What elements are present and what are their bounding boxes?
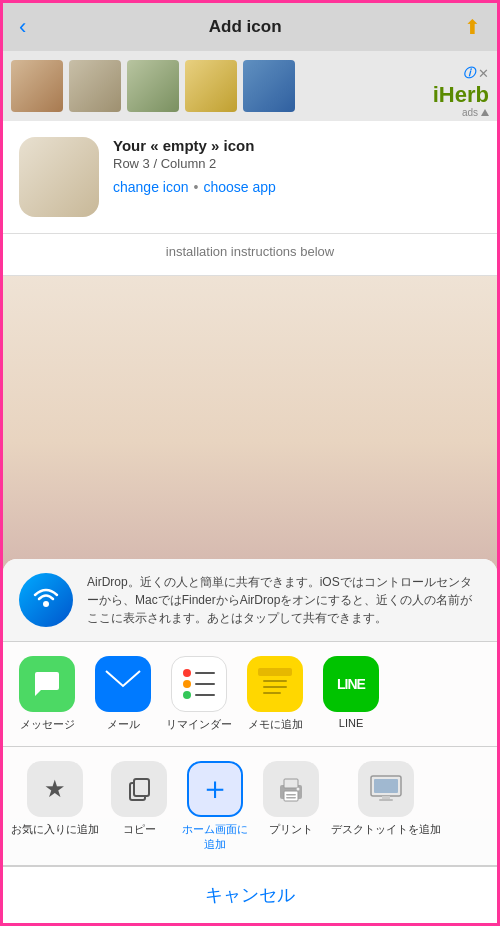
iherb-label[interactable]: iHerb [433, 82, 489, 108]
svg-rect-12 [286, 794, 296, 796]
ad-banner: ⓘ ✕ iHerb ads [3, 51, 497, 121]
actions-row: ★ お気に入りに追加 コピー ＋ ホーム画面に追加 [3, 747, 497, 866]
bookmark-label: お気に入りに追加 [11, 822, 99, 836]
airdrop-description: AirDrop。近くの人と簡単に共有できます。iOSではコントロールセンターから… [87, 573, 481, 627]
ad-product-4 [185, 60, 237, 112]
ad-label: ads [462, 107, 489, 118]
print-action-icon [263, 761, 319, 817]
svg-rect-4 [263, 680, 287, 682]
svg-rect-10 [284, 779, 298, 788]
page-title: Add icon [209, 17, 282, 37]
mail-label: メール [107, 717, 140, 732]
icon-actions: change icon • choose app [113, 179, 481, 195]
messages-app-icon [19, 656, 75, 712]
svg-rect-11 [284, 791, 298, 801]
copy-action-icon [111, 761, 167, 817]
back-button[interactable]: ‹ [19, 14, 26, 40]
action-separator: • [194, 179, 199, 195]
reminders-app-icon [171, 656, 227, 712]
bookmark-action-icon: ★ [27, 761, 83, 817]
ad-product-3 [127, 60, 179, 112]
notes-app-icon [247, 656, 303, 712]
svg-point-0 [43, 601, 49, 607]
change-icon-link[interactable]: change icon [113, 179, 189, 195]
share-sheet: AirDrop。近くの人と簡単に共有できます。iOSではコントロールセンターから… [3, 559, 497, 923]
svg-rect-13 [286, 797, 296, 799]
svg-rect-16 [374, 779, 398, 793]
airdrop-section: AirDrop。近くの人と簡単に共有できます。iOSではコントロールセンターから… [3, 559, 497, 642]
ad-product-2 [69, 60, 121, 112]
ad-close-button[interactable]: ✕ [478, 67, 489, 80]
svg-rect-8 [134, 779, 149, 796]
print-label: プリント [269, 822, 313, 836]
iherb-logo[interactable]: ⓘ ✕ iHerb [433, 65, 489, 108]
svg-rect-3 [258, 668, 292, 676]
iherb-info: ⓘ ✕ [463, 65, 489, 82]
svg-rect-5 [263, 686, 287, 688]
icon-content: Your « empty » icon Row 3 / Column 2 cha… [3, 121, 497, 234]
notes-label: メモに追加 [248, 717, 303, 732]
desktop-label: デスクトッイトを追加 [331, 822, 441, 836]
icon-preview [19, 137, 99, 217]
action-item-copy[interactable]: コピー [103, 761, 175, 836]
action-item-desktop[interactable]: デスクトッイトを追加 [331, 761, 441, 836]
installation-instructions: installation instructions below [3, 234, 497, 276]
nav-bar: ‹ Add icon ⬆ [3, 3, 497, 51]
svg-point-14 [297, 788, 300, 791]
app-item-mail[interactable]: メール [87, 656, 159, 732]
app-item-messages[interactable]: メッセージ [11, 656, 83, 732]
ad-product-5 [243, 60, 295, 112]
svg-rect-6 [263, 692, 281, 694]
apps-row: メッセージ メール [3, 642, 497, 747]
ad-product-1 [11, 60, 63, 112]
messages-label: メッセージ [20, 717, 75, 732]
airdrop-icon [19, 573, 73, 627]
app-item-line[interactable]: LINE LINE [315, 656, 387, 729]
action-item-homescreen[interactable]: ＋ ホーム画面に追加 [179, 761, 251, 851]
choose-app-link[interactable]: choose app [203, 179, 275, 195]
svg-rect-18 [379, 799, 393, 801]
ad-triangle-icon [481, 109, 489, 116]
copy-label: コピー [123, 822, 156, 836]
info-icon: ⓘ [463, 65, 475, 82]
action-item-bookmark[interactable]: ★ お気に入りに追加 [11, 761, 99, 836]
homescreen-action-icon: ＋ [187, 761, 243, 817]
cancel-button[interactable]: キャンセル [3, 866, 497, 923]
share-button[interactable]: ⬆ [464, 15, 481, 39]
desktop-action-icon [358, 761, 414, 817]
reminders-label: リマインダー [166, 717, 232, 732]
app-item-reminders[interactable]: リマインダー [163, 656, 235, 732]
icon-subtitle: Row 3 / Column 2 [113, 156, 481, 171]
line-app-icon: LINE [323, 656, 379, 712]
app-item-notes[interactable]: メモに追加 [239, 656, 311, 732]
icon-info: Your « empty » icon Row 3 / Column 2 cha… [113, 137, 481, 195]
line-label: LINE [339, 717, 363, 729]
action-item-print[interactable]: プリント [255, 761, 327, 836]
homescreen-label: ホーム画面に追加 [182, 822, 248, 851]
ad-items [11, 60, 295, 112]
icon-title: Your « empty » icon [113, 137, 481, 154]
mail-app-icon [95, 656, 151, 712]
